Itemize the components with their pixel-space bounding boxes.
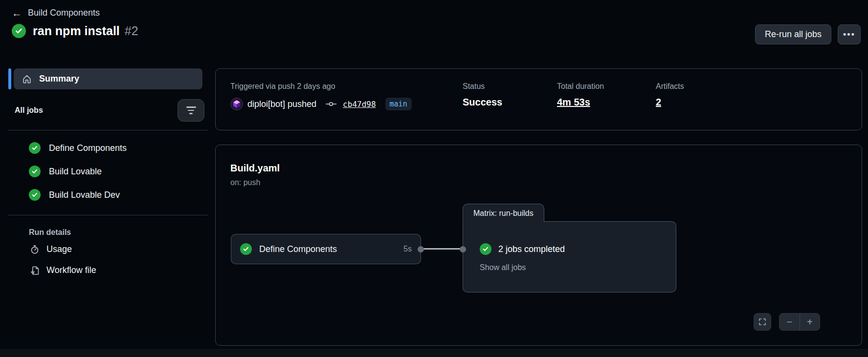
duration-value-link[interactable]: 4m 53s [557, 97, 656, 108]
connector-dot [418, 246, 424, 252]
run-title-row: ran npm install #2 [12, 24, 861, 38]
status-label: Status [463, 82, 557, 91]
success-check-icon [480, 243, 491, 255]
page-header: ← Build Components ran npm install #2 Re… [0, 0, 868, 38]
artifacts-count-link[interactable]: 2 [656, 97, 847, 108]
sidebar-summary-label: Summary [39, 74, 79, 84]
sidebar-item-summary[interactable]: Summary [14, 68, 202, 89]
status-column: Status Success [463, 82, 557, 117]
branch-badge[interactable]: main [385, 98, 412, 110]
header-actions: Re-run all jobs ••• [755, 24, 861, 44]
success-check-icon [29, 142, 41, 154]
graph-node-matrix-run-builds[interactable]: Matrix: run-builds 2 jobs completed Show… [463, 221, 676, 293]
kebab-icon: ••• [843, 29, 855, 40]
success-check-icon [12, 24, 26, 38]
summary-nav-wrap: Summary [8, 68, 202, 89]
job-label: Define Components [49, 143, 127, 153]
pusher-row: diploi[bot] pushed cb47d98 main [230, 98, 463, 110]
workflow-file-title: Build.yaml [230, 163, 847, 174]
zoom-out-button[interactable]: − [779, 314, 800, 330]
matrix-status-text: 2 jobs completed [498, 244, 565, 254]
success-check-icon [240, 243, 252, 255]
filter-jobs-button[interactable] [178, 99, 204, 122]
commit-sha-link[interactable]: cb47d98 [343, 100, 376, 109]
run-number: #2 [125, 24, 138, 38]
home-icon [22, 74, 32, 84]
zoom-in-button[interactable]: + [800, 314, 820, 330]
pusher-name: diploi[bot] pushed [247, 99, 316, 109]
duration-column: Total duration 4m 53s [557, 82, 656, 117]
job-list: Define Components Build Lovable Build Lo… [8, 136, 215, 207]
sidebar-item-usage[interactable]: Usage [8, 239, 215, 260]
back-label: Build Components [28, 8, 100, 18]
node-label: Define Components [259, 244, 337, 254]
status-value: Success [463, 97, 557, 108]
back-link[interactable]: ← Build Components [12, 8, 100, 18]
all-jobs-label: All jobs [15, 106, 43, 115]
success-check-icon [29, 189, 41, 201]
graph-node-define-components[interactable]: Define Components 5s [231, 234, 421, 264]
workflow-graph-card: Build.yaml on: push Define Components 5s… [215, 145, 862, 346]
sidebar-divider [8, 130, 208, 130]
connector-dot [460, 246, 466, 252]
stopwatch-icon [30, 245, 40, 254]
matrix-tab: Matrix: run-builds [463, 204, 544, 222]
duration-label: Total duration [557, 82, 656, 91]
job-label: Build Lovable [49, 167, 102, 177]
zoom-controls: − + [779, 313, 820, 331]
trigger-column: Triggered via push 2 days ago diploi[bot… [230, 82, 463, 117]
show-all-jobs-link[interactable]: Show all jobs [480, 263, 526, 272]
main-content: Triggered via push 2 days ago diploi[bot… [215, 68, 862, 346]
page-title: ran npm install [33, 24, 120, 38]
footer-strip [0, 349, 868, 357]
detail-label: Workflow file [46, 265, 96, 275]
back-arrow-icon: ← [12, 8, 22, 18]
detail-label: Usage [46, 244, 72, 254]
sidebar-item-job-build-lovable-dev[interactable]: Build Lovable Dev [8, 183, 215, 207]
kebab-menu-button[interactable]: ••• [838, 24, 861, 44]
commit-icon [326, 101, 336, 107]
sidebar-item-job-build-lovable[interactable]: Build Lovable [8, 160, 215, 183]
sidebar-item-job-define-components[interactable]: Define Components [8, 136, 215, 160]
triggered-text: Triggered via push 2 days ago [230, 82, 463, 91]
run-details-heading: Run details [29, 228, 215, 237]
main-layout: Summary All jobs Define Components [0, 68, 868, 346]
success-check-icon [29, 166, 41, 177]
artifacts-label: Artifacts [656, 82, 847, 91]
workflow-trigger-subtitle: on: push [230, 178, 847, 187]
fit-view-button[interactable] [754, 313, 771, 331]
sidebar: Summary All jobs Define Components [0, 68, 215, 281]
sidebar-divider [8, 215, 208, 215]
fullscreen-icon [758, 318, 766, 326]
active-indicator-bar [8, 68, 11, 89]
artifacts-column: Artifacts 2 [656, 82, 847, 117]
job-label: Build Lovable Dev [49, 190, 120, 200]
run-summary-card: Triggered via push 2 days ago diploi[bot… [215, 68, 862, 130]
graph-connector-line [421, 248, 463, 250]
all-jobs-row: All jobs [15, 99, 204, 122]
rerun-all-jobs-button[interactable]: Re-run all jobs [755, 24, 831, 44]
sidebar-item-workflow-file[interactable]: Workflow file [8, 260, 215, 281]
matrix-status-row: 2 jobs completed [480, 243, 676, 255]
avatar[interactable] [230, 98, 243, 110]
node-duration: 5s [403, 245, 412, 253]
filter-icon [186, 106, 196, 114]
code-file-icon [30, 266, 40, 275]
